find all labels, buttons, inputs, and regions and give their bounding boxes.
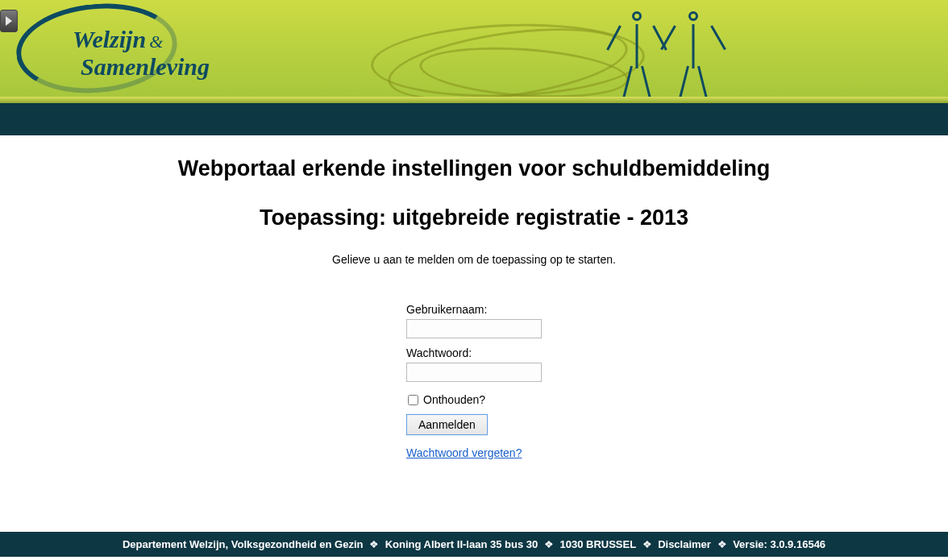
header-banner: Welzijn & Samenleving bbox=[0, 0, 948, 97]
footer-version: Versie: 3.0.9.16546 bbox=[733, 538, 825, 550]
logo-text: Welzijn & Samenleving bbox=[73, 26, 210, 81]
username-label: Gebruikernaam: bbox=[406, 303, 542, 316]
separator-icon: ❖ bbox=[369, 538, 379, 550]
nav-bar bbox=[0, 103, 948, 135]
main-content: Webportaal erkende instellingen voor sch… bbox=[0, 135, 948, 460]
forgot-password-link[interactable]: Wachtwoord vergeten? bbox=[406, 446, 522, 459]
page-title: Webportaal erkende instellingen voor sch… bbox=[0, 156, 948, 181]
figure-icon bbox=[669, 6, 717, 97]
remember-checkbox[interactable] bbox=[408, 395, 418, 405]
logo-line2: Samenleving bbox=[81, 53, 210, 80]
disclaimer-link[interactable]: Disclaimer bbox=[658, 538, 711, 550]
instruction-text: Gelieve u aan te melden om de toepassing… bbox=[0, 253, 948, 266]
logo-ampersand: & bbox=[149, 31, 163, 52]
footer-address1: Koning Albert II-laan 35 bus 30 bbox=[385, 538, 538, 550]
logo-line1: Welzijn bbox=[73, 26, 146, 52]
remember-label: Onthouden? bbox=[423, 393, 485, 406]
figure-icon bbox=[613, 6, 661, 97]
separator-icon: ❖ bbox=[717, 538, 727, 550]
header-strip bbox=[0, 97, 948, 103]
footer-department: Departement Welzijn, Volksgezondheid en … bbox=[123, 538, 364, 550]
username-input[interactable] bbox=[406, 319, 542, 338]
password-label: Wachtwoord: bbox=[406, 346, 542, 359]
login-form: Gebruikernaam: Wachtwoord: Onthouden? Aa… bbox=[406, 303, 542, 459]
footer: Departement Welzijn, Volksgezondheid en … bbox=[0, 532, 948, 557]
login-button[interactable]: Aanmelden bbox=[406, 414, 488, 435]
separator-icon: ❖ bbox=[544, 538, 554, 550]
footer-address2: 1030 BRUSSEL bbox=[559, 538, 635, 550]
password-input[interactable] bbox=[406, 363, 542, 382]
separator-icon: ❖ bbox=[642, 538, 652, 550]
play-icon[interactable] bbox=[0, 10, 18, 32]
page-subtitle: Toepassing: uitgebreide registratie - 20… bbox=[0, 205, 948, 230]
